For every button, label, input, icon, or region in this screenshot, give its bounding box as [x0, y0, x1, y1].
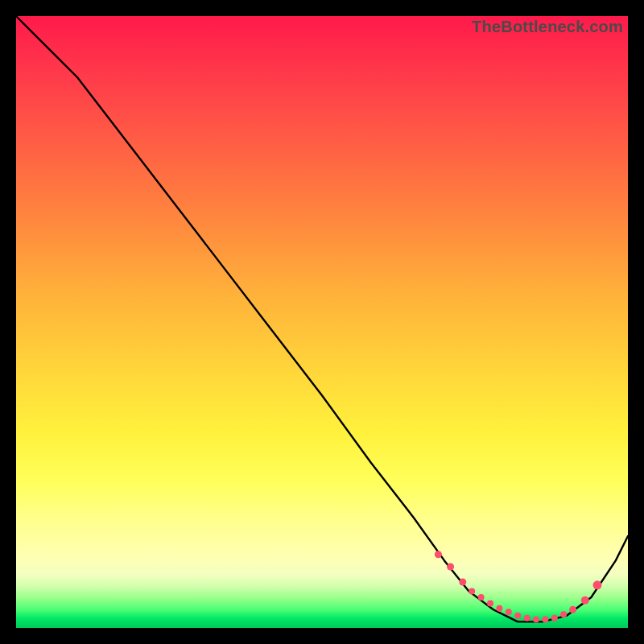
marker-dot — [542, 616, 548, 622]
marker-dot — [593, 580, 602, 589]
optimal-range-dots — [435, 551, 602, 622]
marker-dot — [506, 609, 512, 615]
marker-dot — [435, 551, 442, 558]
marker-dot — [581, 597, 589, 605]
marker-dot — [551, 615, 558, 621]
marker-dot — [514, 613, 521, 619]
marker-dot — [524, 615, 530, 621]
curve-layer — [16, 16, 628, 628]
marker-dot — [487, 601, 493, 607]
chart-frame: TheBottleneck.com — [0, 0, 644, 644]
marker-dot — [496, 605, 502, 612]
marker-dot — [569, 606, 576, 613]
marker-dot — [533, 616, 539, 622]
marker-dot — [459, 579, 466, 586]
plot-area: TheBottleneck.com — [16, 16, 628, 628]
marker-dot — [447, 564, 454, 571]
marker-dot — [478, 594, 485, 601]
marker-dot — [469, 588, 475, 594]
bottleneck-curve — [16, 16, 628, 621]
marker-dot — [560, 611, 567, 617]
